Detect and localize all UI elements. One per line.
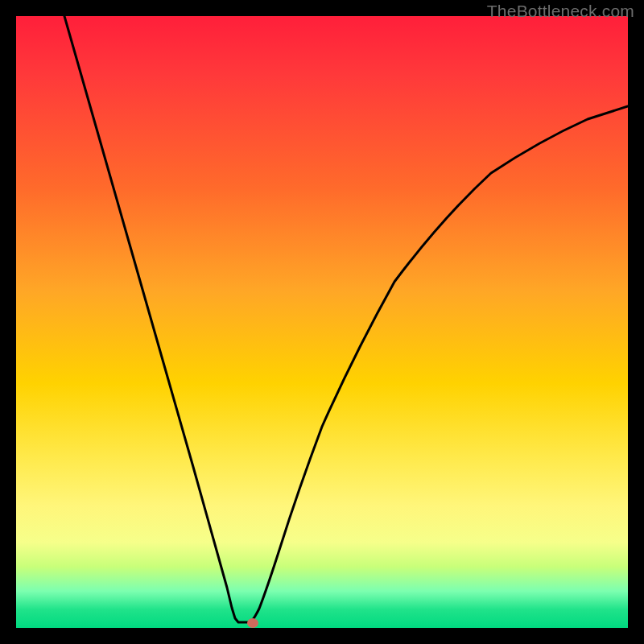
plot-area xyxy=(16,16,628,628)
watermark-text: TheBottleneck.com xyxy=(487,2,634,21)
min-point-marker xyxy=(247,618,258,628)
bottleneck-curve xyxy=(64,16,628,622)
curve-layer xyxy=(16,16,628,628)
chart-frame: TheBottleneck.com xyxy=(0,0,644,644)
